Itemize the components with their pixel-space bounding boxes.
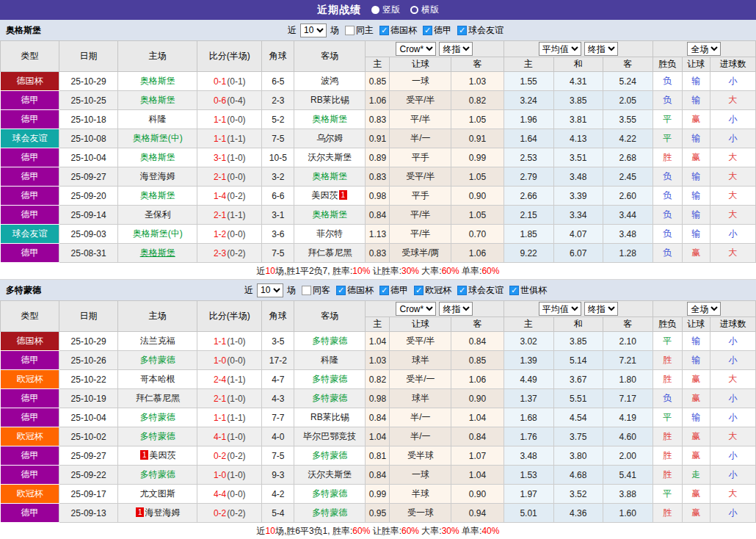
home-team-link[interactable]: 奥格斯堡 bbox=[140, 95, 175, 105]
halftime-score: (1-0) bbox=[227, 336, 245, 347]
competition-checkbox[interactable]: ✓德国杯 bbox=[336, 284, 374, 297]
same-venue-checkbox[interactable]: 同客 bbox=[302, 284, 330, 297]
result-handicap: 输 bbox=[691, 95, 700, 105]
home-team-link[interactable]: 奥格斯堡 bbox=[140, 247, 175, 258]
home-team-link[interactable]: 拜仁慕尼黑 bbox=[136, 393, 180, 403]
result-winloss-cell: 平 bbox=[653, 110, 682, 129]
away-team-link[interactable]: 沃尔夫斯堡 bbox=[308, 469, 352, 480]
match-date: 25-10-22 bbox=[59, 370, 118, 389]
odds-source-select[interactable]: 终指 bbox=[584, 42, 618, 56]
summary-segment: 让胜率: bbox=[370, 526, 401, 536]
away-team-link[interactable]: 沃尔夫斯堡 bbox=[308, 152, 352, 162]
avg-odds-away: 2.60 bbox=[603, 187, 653, 206]
away-team-link[interactable]: 菲尔特 bbox=[316, 228, 343, 239]
home-team-link[interactable]: 多特蒙德 bbox=[140, 355, 175, 365]
away-team-link[interactable]: 科隆 bbox=[321, 355, 338, 365]
summary-segment: 场,胜6平3负1, 胜率: bbox=[275, 526, 352, 536]
match-date: 25-08-31 bbox=[59, 244, 118, 263]
result-handicap-cell: 输 bbox=[682, 129, 710, 148]
competition-checkbox[interactable]: ✓球会友谊 bbox=[457, 284, 504, 297]
home-team-link[interactable]: 奥格斯堡(中) bbox=[133, 133, 183, 143]
fulltime-score: 2-4 bbox=[214, 375, 226, 385]
away-team-link[interactable]: 多特蒙德 bbox=[312, 488, 347, 499]
odds-group-header: 平均值终指 bbox=[504, 301, 653, 317]
result-goals: 小 bbox=[728, 336, 737, 346]
competition-checkbox[interactable]: ✓世俱杯 bbox=[509, 284, 547, 297]
halftime-score: (0-2) bbox=[227, 508, 245, 518]
competition-checkbox[interactable]: ✓德国杯 bbox=[379, 24, 417, 37]
corner-count: 4-2 bbox=[262, 485, 294, 504]
competition-checkbox[interactable]: ✓球会友谊 bbox=[457, 24, 504, 37]
away-team-link[interactable]: 拜仁慕尼黑 bbox=[308, 247, 352, 258]
away-team-link[interactable]: 波鸿 bbox=[321, 76, 338, 86]
home-team-link[interactable]: 多特蒙德 bbox=[140, 412, 175, 422]
away-team-link[interactable]: 奥格斯堡 bbox=[312, 114, 347, 124]
recent-count-select[interactable]: 10 bbox=[257, 283, 283, 297]
odds-source-select[interactable]: 全场 bbox=[687, 302, 721, 316]
away-team-link[interactable]: 多特蒙德 bbox=[312, 450, 347, 460]
result-goals: 大 bbox=[728, 190, 737, 200]
home-team-link[interactable]: 哥本哈根 bbox=[140, 374, 175, 384]
odds-source-select[interactable]: 平均值 bbox=[539, 302, 581, 316]
away-team-link[interactable]: 奥格斯堡 bbox=[312, 209, 347, 220]
competition-checkbox[interactable]: ✓欧冠杯 bbox=[414, 284, 451, 297]
odds-source-select[interactable]: 终指 bbox=[439, 302, 473, 316]
odds-source-select[interactable]: 终指 bbox=[439, 42, 473, 56]
summary-segment: 大率: bbox=[419, 266, 442, 276]
home-team-link[interactable]: 多特蒙德 bbox=[140, 469, 175, 480]
summary-segment: 40% bbox=[481, 526, 499, 536]
home-team-link[interactable]: 尤文图斯 bbox=[140, 488, 175, 499]
home-team-link[interactable]: 奥格斯堡 bbox=[140, 76, 175, 86]
away-team-link[interactable]: 多特蒙德 bbox=[312, 393, 347, 403]
home-team-link[interactable]: 海登海姆 bbox=[145, 507, 180, 518]
sub-column-header: 主 bbox=[366, 57, 390, 72]
away-team-link[interactable]: 美因茨 bbox=[312, 190, 338, 200]
layout-radio-horizontal[interactable]: 横版 bbox=[410, 4, 439, 16]
avg-odds-away: 5.24 bbox=[603, 72, 653, 91]
home-team-link[interactable]: 美因茨 bbox=[149, 450, 175, 460]
away-team-link[interactable]: 多特蒙德 bbox=[312, 336, 347, 346]
away-team-link[interactable]: RB莱比锡 bbox=[310, 412, 349, 422]
handicap-odds-home: 1.13 bbox=[366, 225, 390, 244]
odds-source-select[interactable]: Crow* bbox=[396, 42, 436, 56]
result-winloss-cell: 负 bbox=[653, 167, 682, 187]
avg-odds-away: 4.60 bbox=[603, 427, 653, 446]
match-type-label: 欧冠杯 bbox=[17, 374, 43, 384]
competition-checkbox[interactable]: ✓德甲 bbox=[379, 284, 408, 297]
odds-group-header: Crow*终指 bbox=[366, 41, 504, 57]
home-team-link[interactable]: 多特蒙德 bbox=[140, 431, 175, 441]
column-header: 主场 bbox=[118, 41, 197, 72]
home-team-link[interactable]: 奥格斯堡 bbox=[140, 152, 175, 162]
away-team-link[interactable]: RB莱比锡 bbox=[310, 95, 349, 105]
away-team-link[interactable]: 奥格斯堡 bbox=[312, 171, 347, 181]
layout-radio-vertical[interactable]: 竖版 bbox=[371, 4, 400, 16]
team-section: 多特蒙德近10场同客✓德国杯✓德甲✓欧冠杯✓球会友谊✓世俱杯类型日期主场比分(半… bbox=[0, 280, 756, 539]
away-team-link[interactable]: 乌尔姆 bbox=[316, 133, 343, 143]
competition-checkbox[interactable]: ✓德甲 bbox=[423, 24, 451, 37]
home-team-link[interactable]: 奥格斯堡(中) bbox=[133, 228, 183, 239]
score-cell: 1-1(1-1) bbox=[197, 408, 262, 427]
home-team-link[interactable]: 海登海姆 bbox=[140, 171, 175, 181]
odds-source-select[interactable]: 终指 bbox=[584, 302, 618, 316]
away-team-link[interactable]: 多特蒙德 bbox=[312, 507, 347, 518]
home-team-link[interactable]: 奥格斯堡 bbox=[140, 190, 175, 200]
away-team-link[interactable]: 多特蒙德 bbox=[312, 374, 347, 384]
odds-source-select[interactable]: 平均值 bbox=[539, 42, 581, 56]
home-team-link[interactable]: 圣保利 bbox=[145, 209, 171, 220]
away-team-link[interactable]: 毕尔巴鄂竞技 bbox=[303, 431, 356, 441]
home-team-link[interactable]: 法兰克福 bbox=[140, 336, 175, 346]
sub-column-header: 主 bbox=[504, 57, 553, 72]
odds-source-select[interactable]: Crow* bbox=[396, 302, 436, 316]
recent-count-select[interactable]: 10 bbox=[300, 23, 327, 37]
competition-checkbox-label: 德国杯 bbox=[390, 24, 417, 37]
odds-source-select[interactable]: 全场 bbox=[687, 42, 721, 56]
handicap-odds-home: 0.84 bbox=[366, 466, 390, 485]
home-team-cell: 圣保利 bbox=[118, 206, 197, 225]
checked-checkbox-icon: ✓ bbox=[457, 286, 467, 295]
halftime-score: (1-0) bbox=[227, 470, 245, 480]
same-venue-checkbox[interactable]: 同主 bbox=[345, 24, 374, 37]
home-team-link[interactable]: 科隆 bbox=[149, 114, 167, 124]
match-date: 25-09-03 bbox=[59, 225, 118, 244]
handicap-line: 平/半 bbox=[390, 225, 451, 244]
halftime-score: (0-2) bbox=[227, 451, 245, 461]
